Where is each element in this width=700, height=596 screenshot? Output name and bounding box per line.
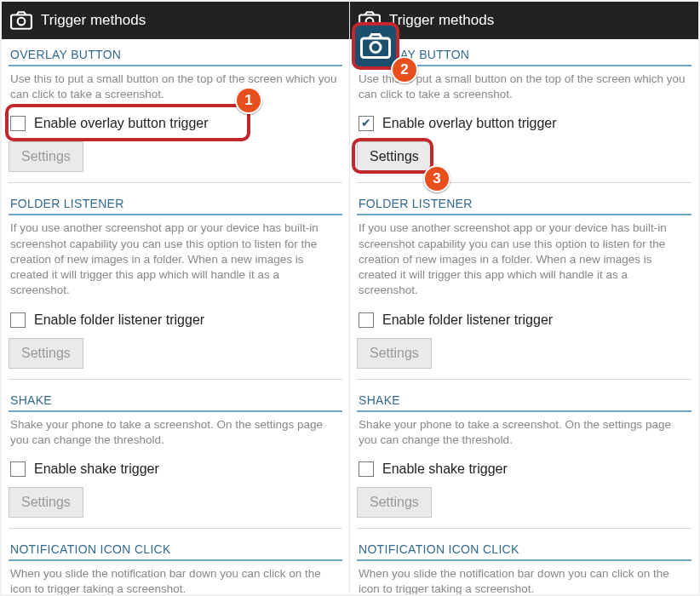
checkbox-icon[interactable] <box>359 461 374 477</box>
screen-right: Trigger methods OVERLAY BUTTON Use this … <box>350 2 698 594</box>
action-bar: Trigger methods <box>2 2 349 39</box>
badge-2: 2 <box>391 56 418 83</box>
notif-desc: When you slide the notification bar down… <box>350 566 698 594</box>
section-header-shake: SHAKE <box>350 385 698 410</box>
page-title: Trigger methods <box>41 12 146 29</box>
shake-checkbox-row[interactable]: Enable shake trigger <box>350 453 698 484</box>
checkbox-icon[interactable] <box>10 116 26 131</box>
content-left: OVERLAY BUTTON Use this to put a small b… <box>2 39 349 594</box>
overlay-settings-button[interactable]: Settings <box>357 141 432 172</box>
section-header-shake: SHAKE <box>2 385 349 410</box>
shake-checkbox-label: Enable shake trigger <box>34 461 159 477</box>
shake-desc: Shake your phone to take a screenshot. O… <box>350 417 698 453</box>
folder-desc: If you use another screenshot app or you… <box>2 221 349 303</box>
action-bar: Trigger methods <box>350 2 698 39</box>
divider <box>357 410 691 412</box>
divider <box>9 410 342 412</box>
shake-settings-button[interactable]: Settings <box>9 487 83 518</box>
divider <box>357 379 691 380</box>
folder-settings-button[interactable]: Settings <box>357 338 432 369</box>
folder-checkbox-label: Enable folder listener trigger <box>34 312 204 328</box>
shake-settings-button[interactable]: Settings <box>357 487 432 518</box>
svg-point-5 <box>370 43 381 53</box>
divider <box>9 182 342 183</box>
section-header-notif: NOTIFICATION ICON CLICK <box>2 534 349 559</box>
divider <box>9 214 342 215</box>
folder-checkbox-row[interactable]: Enable folder listener trigger <box>350 304 698 335</box>
overlay-desc: Use this to put a small button on the to… <box>2 72 349 107</box>
folder-checkbox-label: Enable folder listener trigger <box>382 312 553 328</box>
section-header-overlay: OVERLAY BUTTON <box>2 39 349 65</box>
badge-1: 1 <box>235 87 262 114</box>
divider <box>357 559 691 561</box>
section-header-folder: FOLDER LISTENER <box>2 188 349 214</box>
section-header-folder: FOLDER LISTENER <box>350 188 698 214</box>
notif-desc: When you slide the notification bar down… <box>2 566 349 594</box>
divider <box>9 528 342 529</box>
folder-settings-button[interactable]: Settings <box>9 338 83 369</box>
folder-desc: If you use another screenshot app or you… <box>350 221 698 303</box>
checkbox-icon[interactable] <box>10 461 26 477</box>
overlay-settings-button[interactable]: Settings <box>9 141 83 172</box>
overlay-checkbox-row[interactable]: Enable overlay button trigger <box>2 107 349 138</box>
shake-desc: Shake your phone to take a screenshot. O… <box>2 417 349 453</box>
camera-icon <box>10 11 32 30</box>
badge-3: 3 <box>423 165 450 192</box>
shake-checkbox-label: Enable shake trigger <box>382 461 508 477</box>
divider <box>9 379 342 380</box>
overlay-checkbox-row[interactable]: Enable overlay button trigger <box>350 107 698 138</box>
folder-checkbox-row[interactable]: Enable folder listener trigger <box>2 304 349 335</box>
divider <box>9 559 342 561</box>
shake-checkbox-row[interactable]: Enable shake trigger <box>2 453 349 484</box>
screen-left: Trigger methods OVERLAY BUTTON Use this … <box>2 2 350 594</box>
divider <box>9 65 342 66</box>
divider <box>357 182 691 183</box>
divider <box>357 528 691 529</box>
overlay-checkbox-label: Enable overlay button trigger <box>34 116 209 131</box>
section-header-notif: NOTIFICATION ICON CLICK <box>350 534 698 559</box>
divider <box>357 214 691 215</box>
checkbox-icon[interactable] <box>359 312 374 328</box>
overlay-checkbox-label: Enable overlay button trigger <box>382 116 557 131</box>
checkbox-icon[interactable] <box>10 312 26 328</box>
content-right: OVERLAY BUTTON Use this to put a small b… <box>350 39 698 594</box>
checkbox-icon[interactable] <box>359 116 374 131</box>
page-title: Trigger methods <box>389 12 494 29</box>
svg-point-1 <box>18 18 26 26</box>
